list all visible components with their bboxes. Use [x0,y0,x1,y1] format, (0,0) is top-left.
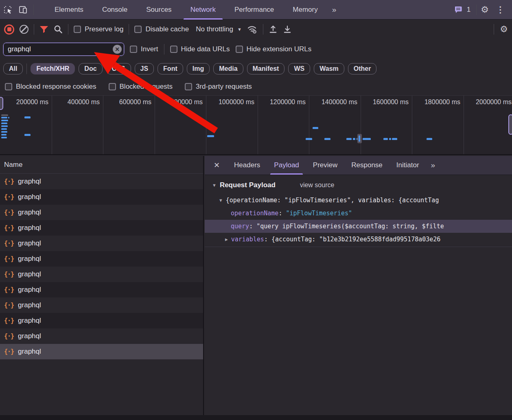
request-row[interactable]: {·}graphql [0,328,203,344]
hide-extension-urls-checkbox[interactable]: Hide extension URLs [236,45,312,53]
type-chip-img[interactable]: Img [187,63,210,74]
json-braces-icon: {·} [4,348,14,355]
tab-network[interactable]: Network [181,0,225,20]
tab-performance[interactable]: Performance [225,0,283,20]
detail-tab-preview[interactable]: Preview [306,156,344,175]
request-name: graphql [18,317,41,325]
type-chip-fetchxhr[interactable]: Fetch/XHR [31,63,75,74]
request-row[interactable]: {·}graphql [0,220,203,236]
tab-elements[interactable]: Elements [45,0,93,20]
type-chip-media[interactable]: Media [213,63,243,74]
name-column-header[interactable]: Name [0,156,203,174]
type-chip-font[interactable]: Font [158,63,183,74]
checkbox-icon[interactable] [134,26,142,33]
filter-input[interactable] [3,43,124,56]
preserve-log-checkbox[interactable]: Preserve log [74,25,123,33]
type-chip-ws[interactable]: WS [288,63,310,74]
checkbox-icon[interactable] [185,83,192,90]
device-toolbar-icon[interactable] [15,3,31,17]
type-chip-other[interactable]: Other [348,63,377,74]
request-row[interactable]: {·}graphql [0,189,203,205]
network-settings-gear-icon[interactable]: ⚙ [500,25,508,34]
overview-right-handle[interactable] [508,114,512,135]
request-row[interactable]: {·}graphql [0,267,203,282]
collapse-triangle-icon[interactable]: ▼ [219,198,222,203]
ruler-tick: 1600000 ms [360,98,409,106]
clear-network-log-icon[interactable] [20,25,28,34]
request-row[interactable]: {·}graphql [0,298,203,313]
third-party-requests-checkbox[interactable]: 3rd-party requests [185,83,252,91]
payload-preview-row[interactable]: ▼ {operationName: "ipFlowTimeseries", va… [205,194,512,207]
checkbox-icon[interactable] [109,83,116,90]
more-panels-chevron-icon[interactable]: » [327,5,341,14]
payload-key: query [231,223,249,230]
issues-icon[interactable] [454,6,463,14]
throttling-dropdown[interactable]: No throttling ▼ [196,25,242,33]
type-chip-css[interactable]: CSS [106,63,131,74]
request-row[interactable]: {·}graphql [0,174,203,189]
request-type-filter-bar: AllFetch/XHRDocCSSJSFontImgMediaManifest… [0,59,512,78]
tab-sources[interactable]: Sources [137,0,181,20]
type-chip-doc[interactable]: Doc [79,63,102,74]
overview-request-bar [1,120,8,121]
more-detail-tabs-chevron-icon[interactable]: » [426,156,440,175]
bottom-edge [0,415,512,420]
export-har-icon[interactable] [283,25,292,34]
network-overview-timeline[interactable]: 200000 ms400000 ms600000 ms800000 ms1000… [0,95,512,155]
search-icon[interactable] [54,25,63,34]
ruler-tick: 400000 ms [51,98,100,106]
import-har-icon[interactable] [269,25,278,34]
hide-data-urls-checkbox[interactable]: Hide data URLs [170,45,230,53]
detail-tab-headers[interactable]: Headers [227,156,267,175]
payload-row-query[interactable]: query: "query ipFlowTimeseries($accountT… [205,220,512,233]
inspect-element-icon[interactable] [0,3,15,17]
collapse-triangle-icon[interactable]: ▼ [212,183,217,188]
checkbox-icon[interactable] [74,26,81,33]
type-chip-wasm[interactable]: Wasm [314,63,344,74]
request-name: graphql [18,224,41,232]
request-row[interactable]: {·}graphql [0,205,203,220]
clear-filter-icon[interactable]: ✕ [113,45,122,54]
record-network-log-icon[interactable] [4,24,14,35]
request-row[interactable]: {·}graphql [0,313,203,328]
tab-console[interactable]: Console [93,0,137,20]
type-chip-all[interactable]: All [3,63,23,74]
network-conditions-icon[interactable] [247,25,258,34]
hide-data-urls-label: Hide data URLs [181,45,230,53]
checkbox-icon[interactable] [5,83,12,90]
checkbox-icon[interactable] [130,46,137,53]
overview-request-bar [1,128,7,130]
request-detail-panel: ✕ HeadersPayloadPreviewResponseInitiator… [205,156,512,415]
overview-selected-marker[interactable] [357,134,362,143]
request-row[interactable]: {·}graphql [0,236,203,251]
request-name: graphql [18,193,41,201]
request-name: graphql [18,286,41,294]
request-row[interactable]: {·}graphql [0,251,203,267]
divider [33,4,34,15]
detail-tab-payload[interactable]: Payload [267,156,306,175]
expand-triangle-icon[interactable]: ▶ [225,237,228,242]
close-panel-icon[interactable]: ✕ [205,156,227,175]
disable-cache-checkbox[interactable]: Disable cache [134,25,189,33]
request-row[interactable]: {·}graphql [0,282,203,298]
request-row[interactable]: {·}graphql [0,344,203,359]
ruler-tick: 200000 ms [0,98,48,106]
tab-memory[interactable]: Memory [283,0,327,20]
customize-menu-icon[interactable]: ⋮ [493,5,508,15]
type-chip-manifest[interactable]: Manifest [247,63,285,74]
payload-key: variables [231,236,264,243]
payload-row-operationname[interactable]: operationName: "ipFlowTimeseries" [205,207,512,220]
detail-tab-initiator[interactable]: Initiator [389,156,426,175]
blocked-response-cookies-checkbox[interactable]: Blocked response cookies [5,83,96,91]
view-source-link[interactable]: view source [300,182,334,189]
settings-gear-icon[interactable]: ⚙ [481,5,489,14]
overview-request-bar [1,114,8,116]
checkbox-icon[interactable] [170,46,177,53]
blocked-requests-checkbox[interactable]: Blocked requests [109,83,173,91]
payload-row-variables[interactable]: ▶ variables: {accountTag: "b12e3b2192ee5… [205,233,512,246]
checkbox-icon[interactable] [236,46,243,53]
filter-icon[interactable] [39,26,48,33]
type-chip-js[interactable]: JS [135,63,154,74]
detail-tab-response[interactable]: Response [344,156,389,175]
invert-checkbox[interactable]: Invert [130,45,158,53]
